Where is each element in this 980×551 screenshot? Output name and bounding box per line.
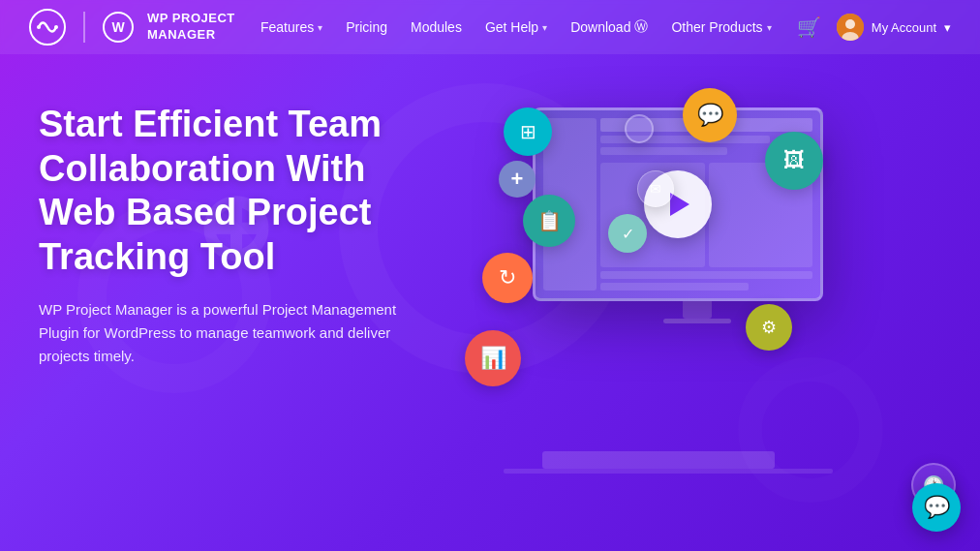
main-nav: Features ▾ Pricing Modules Get Help ▾ Do… [260, 18, 772, 36]
bubble-add[interactable]: + [499, 161, 536, 198]
nav-get-help[interactable]: Get Help ▾ [485, 19, 547, 35]
hero-title: Start Efficient Team Collaboration With … [39, 103, 416, 279]
nav-other-products[interactable]: Other Products ▾ [671, 19, 771, 35]
account-label: My Account [872, 20, 936, 35]
bubble-refresh[interactable]: ↻ [482, 253, 533, 303]
monitor-stand [683, 301, 712, 319]
nav-download[interactable]: Download Ⓦ [570, 18, 648, 36]
svg-point-6 [845, 19, 855, 29]
account-chevron: ▾ [944, 20, 951, 35]
header: W WP PROJECT MANAGER Features ▾ Pricing … [0, 0, 980, 54]
nav-features[interactable]: Features ▾ [260, 19, 322, 35]
get-help-chevron: ▾ [542, 22, 547, 33]
hero-illustration: 💬 ⊞ 🖼 + 📋 ✓ ✉ ↻ 📊 [445, 54, 980, 551]
features-chevron: ▾ [318, 22, 322, 33]
nav-pricing[interactable]: Pricing [346, 19, 387, 35]
keyboard [542, 451, 775, 469]
hero-left-content: Start Efficient Team Collaboration With … [0, 54, 445, 551]
bubble-chat[interactable]: 💬 [683, 88, 737, 142]
bubble-ghost-small [625, 114, 654, 143]
logo-area: W WP PROJECT MANAGER [29, 9, 235, 46]
hero-subtitle: WP Project Manager is a powerful Project… [39, 298, 416, 368]
logo-icon [29, 9, 66, 46]
other-products-chevron: ▾ [767, 22, 772, 33]
logo-text: WP PROJECT MANAGER [147, 11, 235, 44]
bubble-settings[interactable]: ⚙ [746, 304, 792, 351]
hero-section: ⊕ Start Efficient Team Collaboration Wit… [0, 54, 980, 551]
bubble-task[interactable]: 📋 [523, 195, 575, 247]
chat-support-widget[interactable]: 💬 [912, 483, 961, 532]
bubble-grid[interactable]: ⊞ [504, 107, 552, 156]
wp-download-icon: Ⓦ [634, 18, 648, 36]
header-right: 🛒 My Account ▾ [797, 14, 951, 41]
monitor-base [663, 319, 731, 323]
svg-point-2 [54, 25, 58, 29]
nav-modules[interactable]: Modules [411, 19, 462, 35]
desk-surface [504, 469, 833, 474]
svg-text:W: W [111, 19, 125, 35]
cart-icon[interactable]: 🛒 [797, 15, 821, 39]
bubble-check[interactable]: ✓ [608, 214, 647, 253]
my-account-button[interactable]: My Account ▾ [837, 14, 951, 41]
wp-logo-icon: W [103, 12, 134, 43]
bubble-barchart[interactable]: 📊 [465, 330, 521, 386]
user-avatar [837, 14, 864, 41]
play-triangle-icon [670, 193, 689, 216]
logo-divider [83, 12, 85, 43]
svg-point-1 [37, 25, 41, 29]
bubble-image[interactable]: 🖼 [765, 132, 823, 190]
bubble-mail[interactable]: ✉ [637, 170, 674, 207]
